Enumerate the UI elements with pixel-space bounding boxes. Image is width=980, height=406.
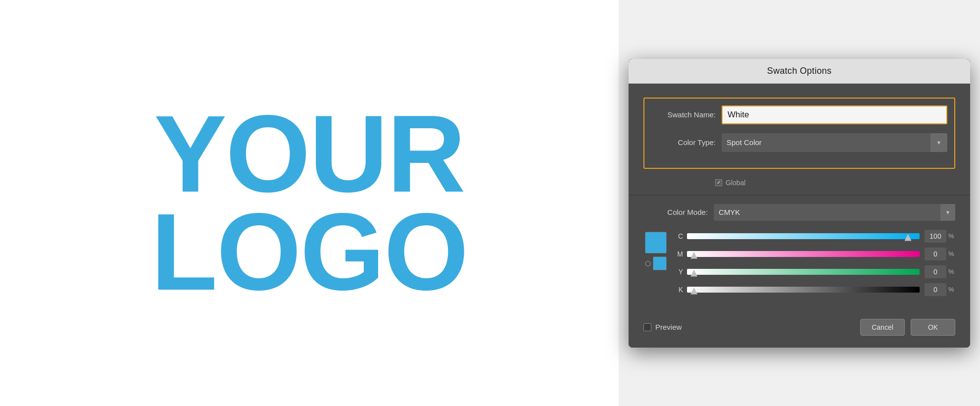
- color-type-select[interactable]: Process Color Spot Color: [722, 133, 947, 152]
- global-row: Global: [643, 176, 955, 195]
- k-value: 0: [933, 286, 937, 294]
- color-preview-icons: ⬡: [645, 256, 667, 270]
- swatch-options-dialog: Swatch Options Swatch Name: Color Type: …: [629, 59, 970, 348]
- m-thumb[interactable]: [690, 252, 697, 259]
- color-mode-label: Color Mode:: [643, 208, 708, 216]
- dialog-body: Swatch Name: Color Type: Process Color S…: [629, 84, 970, 301]
- m-value: 0: [933, 250, 937, 258]
- swatch-name-label: Swatch Name:: [651, 110, 716, 119]
- color-mode-row: Color Mode: CMYK RGB HSB Lab Grayscale: [643, 204, 955, 221]
- k-track[interactable]: [687, 287, 920, 293]
- preview-checkbox[interactable]: [643, 323, 651, 331]
- y-percent: %: [948, 268, 955, 275]
- slider-row-m: M 0 %: [674, 248, 955, 260]
- global-label: Global: [726, 179, 745, 187]
- logo-text: YOUR LOGO: [151, 105, 468, 301]
- m-value-box: 0: [925, 248, 946, 260]
- dialog-footer: Preview Cancel OK: [629, 309, 970, 348]
- dialog-title: Swatch Options: [767, 66, 832, 76]
- swatch-name-row: Swatch Name:: [651, 105, 947, 124]
- preview-label: Preview: [655, 323, 682, 331]
- preview-checkbox-row: Preview: [643, 323, 854, 331]
- slider-row-c: C 100 %: [674, 230, 955, 243]
- c-percent: %: [948, 232, 955, 240]
- cancel-button[interactable]: Cancel: [860, 319, 905, 336]
- dialog-area: Swatch Options Swatch Name: Color Type: …: [619, 0, 980, 406]
- dialog-titlebar: Swatch Options: [629, 59, 970, 84]
- slider-row-k: K 0 %: [674, 283, 955, 296]
- y-track[interactable]: [687, 269, 920, 275]
- k-value-box: 0: [925, 283, 946, 296]
- y-thumb[interactable]: [690, 270, 697, 277]
- slider-row-y: Y 0 %: [674, 265, 955, 278]
- color-preview-new: [645, 232, 667, 254]
- m-label: M: [674, 250, 683, 258]
- y-value: 0: [933, 268, 937, 276]
- divider: [629, 195, 970, 195]
- sliders-container: C 100 % M: [674, 230, 955, 301]
- m-percent: %: [948, 250, 955, 257]
- c-value-box: 100: [925, 230, 946, 243]
- y-label: Y: [674, 268, 683, 276]
- color-mode-select-wrapper: CMYK RGB HSB Lab Grayscale: [714, 204, 955, 221]
- footer-buttons: Cancel OK: [860, 319, 955, 336]
- k-label: K: [674, 286, 683, 294]
- c-thumb[interactable]: [905, 234, 912, 241]
- k-thumb[interactable]: [690, 288, 697, 295]
- logo-line2: LOGO: [151, 191, 468, 313]
- cube-icon: ⬡: [645, 259, 651, 267]
- sliders-section: ⬡ C 100 %: [643, 230, 955, 301]
- color-type-select-wrapper: Process Color Spot Color: [722, 133, 947, 152]
- m-track[interactable]: [687, 251, 920, 257]
- color-preview-current: [653, 256, 667, 270]
- k-percent: %: [948, 286, 955, 293]
- color-type-row: Color Type: Process Color Spot Color: [651, 133, 947, 152]
- color-previews: ⬡: [643, 230, 668, 301]
- y-value-box: 0: [925, 265, 946, 278]
- highlight-box: Swatch Name: Color Type: Process Color S…: [643, 98, 955, 169]
- logo-area: YOUR LOGO: [0, 0, 619, 406]
- global-checkbox[interactable]: [715, 179, 722, 186]
- color-mode-select[interactable]: CMYK RGB HSB Lab Grayscale: [714, 204, 955, 221]
- c-label: C: [674, 232, 683, 240]
- c-value: 100: [930, 232, 941, 240]
- swatch-name-input[interactable]: [722, 105, 947, 124]
- c-track[interactable]: [687, 233, 920, 239]
- color-type-label: Color Type:: [651, 138, 716, 147]
- ok-button[interactable]: OK: [911, 319, 955, 336]
